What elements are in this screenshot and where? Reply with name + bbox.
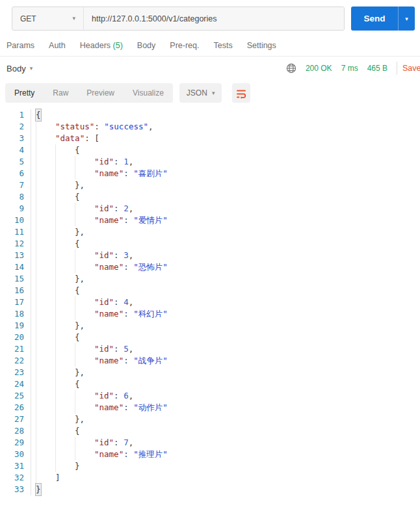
- code-line[interactable]: 14"name": "恐怖片": [0, 261, 420, 273]
- code-line[interactable]: 18"name": "科幻片": [0, 308, 420, 320]
- indent-guide: [36, 413, 55, 425]
- code-token: 4: [124, 296, 129, 308]
- status-badge[interactable]: 200 OK: [306, 64, 332, 73]
- code-line[interactable]: 29"id": 7,: [0, 437, 420, 449]
- tab-tests[interactable]: Tests: [206, 41, 239, 50]
- view-tab-visualize[interactable]: Visualize: [124, 88, 173, 98]
- code-token: {: [75, 144, 80, 156]
- line-number: 33: [0, 484, 31, 495]
- code-token: "name": [94, 308, 124, 320]
- code-line[interactable]: 9"id": 2,: [0, 203, 420, 215]
- code-token: "喜剧片": [133, 168, 168, 179]
- view-tab-pretty[interactable]: Pretty: [5, 88, 44, 98]
- indent-guide: [55, 367, 75, 378]
- indent-guide: [55, 437, 75, 449]
- indent-guide: [36, 390, 55, 402]
- code-line[interactable]: 10"name": "爱情片": [0, 215, 420, 226]
- response-body-dropdown[interactable]: Body ▾: [7, 64, 33, 73]
- code-token: 3: [124, 250, 129, 261]
- code-token: :: [124, 261, 133, 273]
- code-line[interactable]: 32]: [0, 472, 420, 484]
- code-line[interactable]: 13"id": 3,: [0, 250, 420, 261]
- code-line[interactable]: 23},: [0, 367, 420, 378]
- code-token: "爱情片": [133, 215, 168, 226]
- view-tab-preview[interactable]: Preview: [77, 88, 124, 98]
- code-line[interactable]: 4{: [0, 144, 420, 156]
- headers-count-badge: (5): [113, 41, 123, 50]
- code-token: ,: [129, 250, 134, 261]
- response-time[interactable]: 7 ms: [341, 64, 358, 73]
- tab-prerequest[interactable]: Pre-req.: [163, 41, 206, 50]
- indent-guide: [55, 413, 75, 425]
- tab-body[interactable]: Body: [130, 41, 163, 50]
- indent-guide: [55, 285, 75, 296]
- code-line[interactable]: 28{: [0, 425, 420, 437]
- code-token: "科幻片": [133, 308, 168, 320]
- code-token: },: [75, 367, 85, 378]
- code-line[interactable]: 24{: [0, 378, 420, 390]
- tab-auth[interactable]: Auth: [42, 41, 73, 50]
- indent-guide: [55, 343, 75, 355]
- code-token: :: [124, 168, 133, 179]
- code-line[interactable]: 16{: [0, 285, 420, 296]
- method-selector[interactable]: GET ▾: [12, 7, 84, 30]
- code-line[interactable]: 2"status": "success",: [0, 121, 420, 133]
- line-number: 26: [0, 402, 31, 413]
- response-size[interactable]: 465 B: [367, 64, 387, 73]
- code-line[interactable]: 19},: [0, 320, 420, 332]
- code-token: {: [75, 378, 80, 390]
- code-line[interactable]: 3"data": [: [0, 133, 420, 144]
- url-input[interactable]: [84, 7, 344, 30]
- send-button[interactable]: Send: [351, 7, 398, 31]
- code-line[interactable]: 25"id": 6,: [0, 390, 420, 402]
- code-token: },: [75, 320, 85, 332]
- format-selector[interactable]: JSON ▾: [179, 83, 222, 103]
- code-line[interactable]: 7},: [0, 179, 420, 191]
- save-response-button[interactable]: Save: [402, 64, 420, 73]
- code-token: "动作片": [133, 402, 168, 413]
- indent-guide: [55, 144, 75, 156]
- chevron-down-icon: ▾: [405, 16, 408, 22]
- code-line[interactable]: 22"name": "战争片": [0, 355, 420, 367]
- code-token: "name": [94, 168, 124, 179]
- send-options-button[interactable]: ▾: [398, 7, 415, 31]
- code-line[interactable]: 21"id": 5,: [0, 343, 420, 355]
- indent-guide: [75, 215, 94, 226]
- code-line[interactable]: 11},: [0, 226, 420, 238]
- code-line[interactable]: 30"name": "推理片": [0, 449, 420, 460]
- view-tab-raw[interactable]: Raw: [44, 88, 77, 98]
- code-token: "name": [94, 261, 124, 273]
- code-token: "name": [94, 402, 124, 413]
- code-editor[interactable]: 1{2"status": "success",3"data": [4{5"id"…: [0, 109, 420, 495]
- line-number: 21: [0, 343, 31, 355]
- line-number: 5: [0, 156, 31, 168]
- code-token: 6: [124, 390, 129, 402]
- code-line[interactable]: 15},: [0, 273, 420, 285]
- code-line[interactable]: 6"name": "喜剧片": [0, 168, 420, 179]
- tab-headers-label: Headers: [80, 41, 111, 50]
- code-line[interactable]: 27},: [0, 413, 420, 425]
- wrap-lines-button[interactable]: [232, 83, 250, 103]
- tab-params[interactable]: Params: [7, 41, 42, 50]
- code-line[interactable]: 17"id": 4,: [0, 296, 420, 308]
- code-line[interactable]: 26"name": "动作片": [0, 402, 420, 413]
- tab-headers[interactable]: Headers (5): [73, 41, 130, 50]
- globe-icon[interactable]: [286, 63, 296, 73]
- code-line[interactable]: 31}: [0, 460, 420, 472]
- code-token: "战争片": [133, 355, 168, 367]
- indent-guide: [75, 449, 94, 460]
- code-line[interactable]: 5"id": 1,: [0, 156, 420, 168]
- code-token: "id": [94, 437, 114, 449]
- code-line[interactable]: 1{: [0, 109, 420, 121]
- indent-guide: [55, 191, 75, 203]
- code-line[interactable]: 8{: [0, 191, 420, 203]
- line-number: 4: [0, 144, 31, 156]
- indent-guide: [36, 203, 55, 215]
- line-number: 29: [0, 437, 31, 449]
- tab-settings[interactable]: Settings: [240, 41, 283, 50]
- code-token: "data": [55, 133, 85, 144]
- code-line[interactable]: 33}: [0, 484, 420, 495]
- code-line[interactable]: 20{: [0, 332, 420, 343]
- line-number: 32: [0, 472, 31, 484]
- code-line[interactable]: 12{: [0, 238, 420, 250]
